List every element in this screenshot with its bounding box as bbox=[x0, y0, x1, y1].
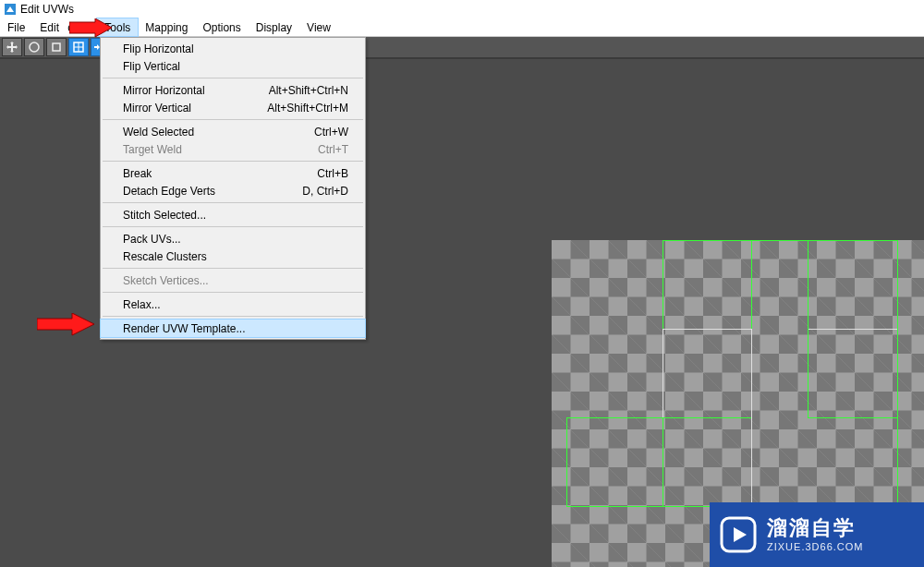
uv-viewport[interactable] bbox=[552, 118, 924, 567]
menu-item-mirror-horizontal[interactable]: Mirror HorizontalAlt+Shift+Ctrl+N bbox=[101, 81, 365, 99]
menu-separator bbox=[103, 316, 363, 317]
menu-separator bbox=[103, 161, 363, 162]
menu-select[interactable]: ct bbox=[64, 18, 97, 36]
svg-rect-2 bbox=[53, 43, 60, 51]
menu-separator bbox=[103, 268, 363, 269]
menu-separator bbox=[103, 119, 363, 120]
svg-point-1 bbox=[30, 42, 39, 52]
window-title: Edit UVWs bbox=[20, 3, 74, 16]
watermark-badge: 溜溜自学 ZIXUE.3D66.COM bbox=[710, 502, 924, 567]
menu-item-flip-horizontal[interactable]: Flip Horizontal bbox=[101, 40, 365, 57]
app-icon bbox=[4, 3, 17, 16]
menu-item-weld-selected[interactable]: Weld SelectedCtrl+W bbox=[101, 123, 365, 140]
menu-item-pack-uvs[interactable]: Pack UVs... bbox=[101, 230, 365, 247]
title-bar: Edit UVWs bbox=[0, 0, 924, 18]
tool-rotate[interactable] bbox=[24, 38, 44, 56]
menu-item-rescale-clusters[interactable]: Rescale Clusters bbox=[101, 247, 365, 265]
watermark-text-main: 溜溜自学 bbox=[767, 516, 863, 540]
menu-view[interactable]: View bbox=[299, 18, 338, 36]
svg-marker-9 bbox=[734, 527, 747, 542]
menu-separator bbox=[103, 226, 363, 227]
menu-separator bbox=[103, 78, 363, 78]
menu-item-target-weld: Target WeldCtrl+T bbox=[101, 140, 365, 158]
menu-item-flip-vertical[interactable]: Flip Vertical bbox=[101, 57, 365, 75]
menu-tools[interactable]: Tools bbox=[97, 18, 138, 36]
menu-item-render-uvw-template[interactable]: Render UVW Template... bbox=[101, 320, 365, 337]
play-icon bbox=[719, 515, 758, 554]
menu-item-stitch-selected[interactable]: Stitch Selected... bbox=[101, 206, 365, 223]
menu-mapping[interactable]: Mapping bbox=[138, 18, 195, 36]
menu-edit[interactable]: Edit bbox=[32, 18, 64, 36]
menu-display[interactable]: Display bbox=[249, 18, 299, 36]
menu-bar: File Edit ct Tools Mapping Options Displ… bbox=[0, 18, 924, 37]
menu-item-relax[interactable]: Relax... bbox=[101, 296, 365, 313]
menu-separator bbox=[103, 202, 363, 203]
menu-item-break[interactable]: BreakCtrl+B bbox=[101, 164, 365, 182]
menu-separator bbox=[103, 292, 363, 293]
tool-scale[interactable] bbox=[46, 38, 67, 56]
tools-dropdown: Flip Horizontal Flip Vertical Mirror Hor… bbox=[100, 37, 366, 340]
tool-freeform[interactable] bbox=[68, 38, 89, 56]
menu-item-sketch-vertices: Sketch Vertices... bbox=[101, 271, 365, 289]
watermark-text-sub: ZIXUE.3D66.COM bbox=[767, 541, 863, 553]
menu-file[interactable]: File bbox=[0, 18, 32, 36]
menu-item-detach-edge-verts[interactable]: Detach Edge VertsD, Ctrl+D bbox=[101, 182, 365, 199]
menu-item-mirror-vertical[interactable]: Mirror VerticalAlt+Shift+Ctrl+M bbox=[101, 99, 365, 116]
menu-options[interactable]: Options bbox=[195, 18, 248, 36]
tool-move[interactable] bbox=[2, 38, 22, 56]
